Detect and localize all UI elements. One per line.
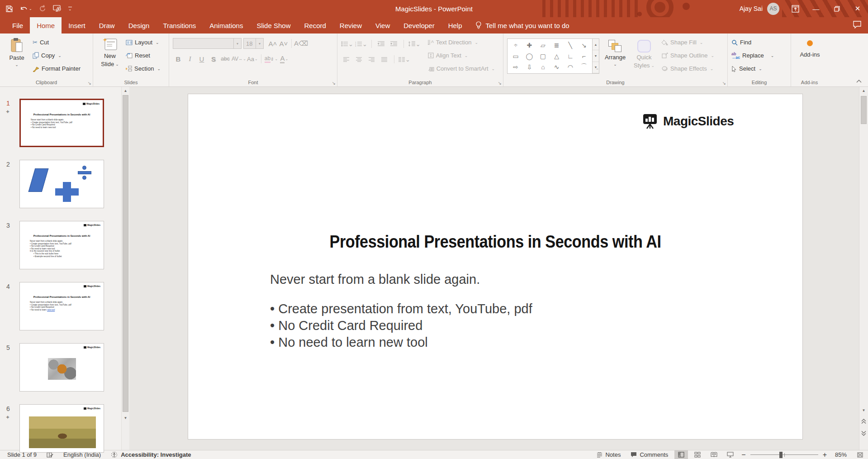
format-painter-button[interactable]: Format Painter [33, 62, 81, 75]
scroll-up-icon[interactable]: ▲ [859, 87, 868, 95]
shape-glyph-3[interactable]: ≣ [550, 40, 563, 51]
tab-slide-show[interactable]: Slide Show [250, 17, 297, 33]
shape-glyph-4[interactable]: ╲ [564, 40, 577, 51]
shape-glyph-10[interactable]: ∟ [564, 51, 577, 62]
next-slide-button[interactable] [859, 428, 868, 438]
shape-glyph-13[interactable]: ⇩ [522, 62, 536, 72]
shape-outline-button[interactable]: Shape Outline⌄ [662, 49, 714, 62]
undo-icon[interactable]: ⌄ [20, 5, 32, 12]
redo-icon[interactable] [39, 5, 46, 12]
notes-button[interactable]: Notes [593, 450, 624, 459]
arrange-button[interactable]: Arrange⌄ [602, 36, 628, 77]
tab-file[interactable]: File [5, 17, 30, 33]
minimize-button[interactable]: — [806, 0, 826, 17]
new-slide-button[interactable]: New Slide⌄ [97, 36, 123, 77]
zoom-slider[interactable] [750, 450, 818, 459]
columns-button[interactable]: ⌄ [398, 54, 410, 64]
save-icon[interactable] [5, 5, 13, 13]
character-spacing-button[interactable]: AV↔⌄ [232, 53, 246, 64]
tab-developer[interactable]: Developer [397, 17, 441, 33]
align-right-button[interactable] [366, 54, 377, 64]
tab-view[interactable]: View [369, 17, 397, 33]
paste-button[interactable]: Paste⌄ [4, 36, 30, 77]
restore-button[interactable] [826, 0, 847, 17]
strikethrough-button[interactable]: abc [220, 53, 231, 64]
bold-button[interactable]: B [173, 53, 184, 64]
thumb-scroll-up-icon[interactable]: ▲ [122, 87, 129, 94]
italic-button[interactable]: I [185, 53, 195, 64]
slide-thumbnail-4[interactable]: MagicSlidesProfessional Presentations in… [19, 282, 104, 330]
tab-draw[interactable]: Draw [92, 17, 122, 33]
comments-bubble-icon[interactable] [853, 20, 862, 29]
clear-formatting-button[interactable]: A⌫ [294, 38, 308, 49]
previous-slide-button[interactable] [859, 416, 868, 426]
addins-button[interactable]: Add-ins [797, 36, 823, 77]
tab-help[interactable]: Help [441, 17, 469, 33]
increase-indent-button[interactable] [389, 39, 399, 49]
tab-insert[interactable]: Insert [62, 17, 92, 33]
shape-glyph-1[interactable]: ✚ [522, 40, 536, 51]
tab-design[interactable]: Design [122, 17, 157, 33]
account-avatar[interactable]: AS [767, 3, 779, 15]
font-dialog-launcher-icon[interactable]: ↘ [332, 81, 336, 86]
text-direction-button[interactable]: A Text Direction⌄ [428, 36, 495, 48]
shape-glyph-2[interactable]: ▱ [536, 40, 550, 51]
slide-title[interactable]: Professional Presentations in Seconds wi… [219, 232, 772, 252]
slide-thumbnail-1[interactable]: MagicSlidesProfessional Presentations in… [19, 99, 104, 147]
slide-thumbnail-5[interactable]: MagicSlides [19, 343, 104, 392]
layout-button[interactable]: Layout⌄ [126, 36, 161, 48]
increase-font-size-button[interactable]: A˄ [267, 38, 278, 49]
collapse-ribbon-icon[interactable] [856, 79, 862, 83]
reading-view-button[interactable] [707, 450, 721, 459]
quick-styles-button[interactable]: Quick Styles⌄ [631, 36, 657, 77]
shape-glyph-6[interactable]: ▭ [509, 51, 522, 62]
shape-glyph-12[interactable]: ⇨ [509, 62, 522, 72]
slide-thumbnail-3[interactable]: MagicSlidesProfessional Presentations in… [19, 221, 104, 269]
shape-glyph-17[interactable]: ⌒ [577, 62, 591, 72]
font-name-combobox[interactable]: ▾ [173, 38, 242, 49]
thumb-scroll-thumb[interactable] [123, 95, 128, 412]
slide-logo[interactable]: MagicSlides [641, 113, 734, 129]
copy-button[interactable]: Copy⌄ [33, 49, 81, 62]
zoom-in-button[interactable]: + [821, 450, 829, 459]
cut-button[interactable]: ✂Cut [33, 36, 81, 48]
shapes-gallery[interactable]: ÷✚▱≣╲↘▭◯▢△∟⌐⇨⇩⌂∿◠⌒ ▲▼▼̲ [507, 38, 599, 74]
select-button[interactable]: Select⌄ [731, 62, 774, 75]
slideshow-view-button[interactable] [723, 450, 737, 459]
font-size-combobox[interactable]: 18▾ [243, 38, 264, 49]
align-left-button[interactable] [341, 54, 352, 64]
tell-me-box[interactable]: Tell me what you want to do [469, 17, 576, 33]
close-button[interactable]: ✕ [847, 0, 868, 17]
drawing-dialog-launcher-icon[interactable]: ↘ [722, 81, 726, 86]
find-button[interactable]: Find [731, 36, 774, 48]
thumbnail-panel-scrollbar[interactable]: ▲ ▼ [121, 87, 129, 450]
thumb-scroll-down-icon[interactable]: ▼ [122, 414, 129, 421]
line-spacing-button[interactable]: ⌄ [408, 39, 421, 49]
underline-button[interactable]: U [196, 53, 207, 64]
shape-fill-button[interactable]: Shape Fill⌄ [662, 36, 714, 48]
zoom-out-button[interactable]: − [740, 450, 747, 459]
shape-glyph-0[interactable]: ÷ [509, 40, 522, 51]
decrease-indent-button[interactable] [376, 39, 387, 49]
shape-glyph-7[interactable]: ◯ [522, 51, 536, 62]
slide-body-textbox[interactable]: Never start from a blank slide again. • … [270, 272, 532, 351]
clipboard-dialog-launcher-icon[interactable]: ↘ [88, 81, 91, 86]
scroll-thumb[interactable] [861, 96, 867, 124]
customize-quick-access-icon[interactable]: ⌄ [68, 7, 72, 10]
shape-glyph-15[interactable]: ∿ [550, 62, 563, 72]
section-button[interactable]: Section⌄ [126, 62, 161, 75]
vertical-scrollbar[interactable]: ▲ ▼ [859, 87, 868, 450]
zoom-slider-thumb[interactable] [779, 452, 783, 458]
shapes-gallery-scrollbar[interactable]: ▲▼▼̲ [592, 39, 599, 73]
font-color-button[interactable]: A⌄ [279, 53, 289, 64]
shape-glyph-9[interactable]: △ [550, 51, 563, 62]
paragraph-dialog-launcher-icon[interactable]: ↘ [498, 81, 502, 86]
shape-glyph-8[interactable]: ▢ [536, 51, 550, 62]
decrease-font-size-button[interactable]: A˅ [278, 38, 289, 49]
fit-slide-to-window-button[interactable] [853, 450, 864, 459]
shape-glyph-16[interactable]: ◠ [564, 62, 577, 72]
comments-button[interactable]: Comments [627, 450, 672, 459]
shape-glyph-5[interactable]: ↘ [577, 40, 591, 51]
ribbon-display-options-icon[interactable] [785, 0, 806, 17]
bullets-button[interactable]: ⌄ [341, 39, 353, 49]
